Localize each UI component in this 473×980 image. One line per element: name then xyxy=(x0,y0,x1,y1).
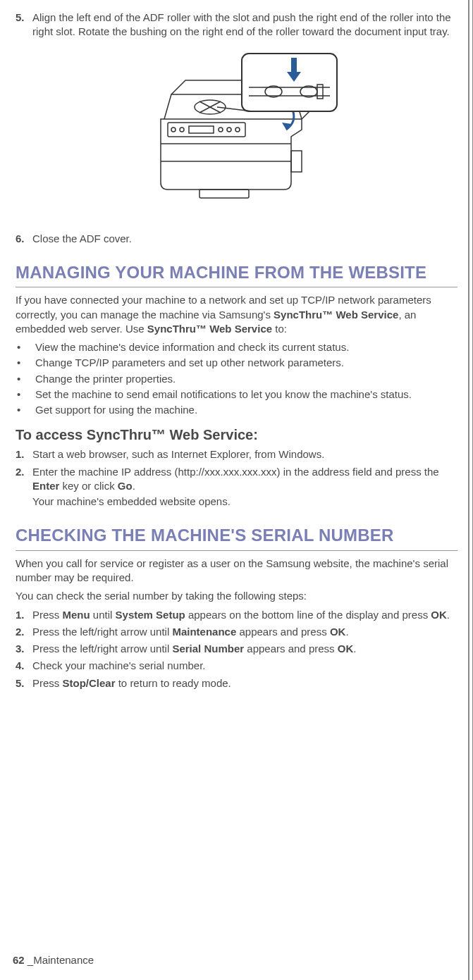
subsection-heading-access: To access SyncThru™ Web Service: xyxy=(16,426,457,445)
step-number: 2. xyxy=(16,625,32,639)
text-bold: Stop/Clear xyxy=(63,677,116,689)
adf-steps-list-2: 6. Close the ADF cover. xyxy=(16,232,457,246)
step-number: 5. xyxy=(16,676,32,690)
serial-intro-1: When you call for service or register as… xyxy=(16,557,457,585)
section-rule xyxy=(16,550,457,551)
text-segment: . xyxy=(353,643,356,655)
text-bold: Maintenance xyxy=(172,626,236,638)
intro-bold: SyncThru™ Web Service xyxy=(274,309,398,321)
step-5: 5. Align the left end of the ADF roller … xyxy=(16,11,457,39)
text-segment: appears and press xyxy=(244,643,338,655)
text-bold: System Setup xyxy=(116,609,185,621)
access-step-2: 2. Enter the machine IP address (http://… xyxy=(16,465,457,509)
step-text: Press Menu until System Setup appears on… xyxy=(32,608,457,622)
intro-text: to: xyxy=(272,323,287,335)
step-number: 1. xyxy=(16,608,32,622)
serial-step-2: 2. Press the left/right arrow until Main… xyxy=(16,625,457,639)
step-number: 3. xyxy=(16,642,32,656)
page-border-decoration xyxy=(468,0,469,980)
text-bold: Go xyxy=(118,480,133,492)
serial-step-1: 1. Press Menu until System Setup appears… xyxy=(16,608,457,622)
step-text: Press the left/right arrow until Serial … xyxy=(32,642,457,656)
text-segment: . xyxy=(345,626,348,638)
list-item: View the machine's device information an… xyxy=(16,340,457,354)
section-rule xyxy=(16,287,457,287)
text-segment: until xyxy=(90,609,116,621)
step-6: 6. Close the ADF cover. xyxy=(16,232,457,246)
list-item: Change TCP/IP parameters and set up othe… xyxy=(16,356,457,370)
text-bold: Serial Number xyxy=(172,643,244,655)
text-bold: OK xyxy=(431,609,447,621)
intro-bold: SyncThru™ Web Service xyxy=(147,323,272,335)
svg-point-4 xyxy=(180,128,184,132)
text-segment: key or click xyxy=(59,480,118,492)
step-text: Press Stop/Clear to return to ready mode… xyxy=(32,676,457,690)
text-bold: OK xyxy=(338,643,354,655)
step-text: Check your machine's serial number. xyxy=(32,659,457,673)
text-bold: Menu xyxy=(63,609,90,621)
page-number: 62 xyxy=(13,954,25,966)
section-heading-serial: CHECKING THE MACHINE'S SERIAL NUMBER xyxy=(16,524,457,547)
text-segment: appears on the bottom line of the displa… xyxy=(185,609,431,621)
svg-rect-9 xyxy=(199,190,249,198)
access-steps-list: 1. Start a web browser, such as Internet… xyxy=(16,447,457,509)
serial-steps-list: 1. Press Menu until System Setup appears… xyxy=(16,608,457,690)
printer-illustration xyxy=(16,52,457,211)
page-footer: 62 _Maintenance xyxy=(13,953,94,967)
text-segment: Press the left/right arrow until xyxy=(32,626,172,638)
bullet-text: Change TCP/IP parameters and set up othe… xyxy=(35,356,344,370)
footer-label: _Maintenance xyxy=(27,954,94,966)
svg-point-6 xyxy=(219,128,223,132)
bullet-text: View the machine's device information an… xyxy=(35,340,349,354)
text-segment: . xyxy=(133,480,135,492)
text-segment: appears and press xyxy=(236,626,330,638)
serial-intro-2: You can check the serial number by takin… xyxy=(16,589,457,603)
list-item: Set the machine to send email notificati… xyxy=(16,387,457,402)
text-segment: Press xyxy=(32,677,63,689)
serial-step-4: 4. Check your machine's serial number. xyxy=(16,659,457,673)
text-segment: to return to ready mode. xyxy=(116,677,231,689)
bullet-text: Change the printer properties. xyxy=(35,372,176,386)
website-intro: If you have connected your machine to a … xyxy=(16,293,457,336)
svg-point-7 xyxy=(227,128,231,132)
step-text: Enter the machine IP address (http://xxx… xyxy=(32,465,457,509)
website-bullet-list: View the machine's device information an… xyxy=(16,340,457,417)
step-text: Start a web browser, such as Internet Ex… xyxy=(32,447,457,461)
text-bold: Enter xyxy=(32,480,59,492)
svg-rect-5 xyxy=(189,126,214,133)
text-segment: Enter the machine IP address (http://xxx… xyxy=(32,466,439,478)
bullet-text: Set the machine to send email notificati… xyxy=(35,387,412,402)
bullet-text: Get support for using the machine. xyxy=(35,403,197,417)
step-text: Press the left/right arrow until Mainten… xyxy=(32,625,457,639)
step-number: 1. xyxy=(16,447,32,461)
step-text: Close the ADF cover. xyxy=(32,232,457,246)
step-number: 2. xyxy=(16,465,32,509)
text-bold: OK xyxy=(330,626,346,638)
step-text: Align the left end of the ADF roller wit… xyxy=(32,11,457,39)
text-segment: Press xyxy=(32,609,63,621)
text-segment: . xyxy=(447,609,450,621)
svg-point-8 xyxy=(235,128,240,132)
step-number: 4. xyxy=(16,659,32,673)
svg-rect-10 xyxy=(291,151,302,172)
list-item: Change the printer properties. xyxy=(16,372,457,386)
svg-rect-15 xyxy=(242,54,337,111)
step-number: 5. xyxy=(16,11,32,39)
access-step-1: 1. Start a web browser, such as Internet… xyxy=(16,447,457,461)
serial-step-3: 3. Press the left/right arrow until Seri… xyxy=(16,642,457,656)
step-number: 6. xyxy=(16,232,32,246)
adf-steps-list: 5. Align the left end of the ADF roller … xyxy=(16,11,457,39)
svg-point-3 xyxy=(171,128,176,132)
step-subtext: Your machine's embedded website opens. xyxy=(32,495,457,509)
svg-rect-19 xyxy=(291,58,297,73)
text-segment: Press the left/right arrow until xyxy=(32,643,172,655)
serial-step-5: 5. Press Stop/Clear to return to ready m… xyxy=(16,676,457,690)
section-heading-website: MANAGING YOUR MACHINE FROM THE WEBSITE xyxy=(16,261,457,284)
list-item: Get support for using the machine. xyxy=(16,403,457,417)
